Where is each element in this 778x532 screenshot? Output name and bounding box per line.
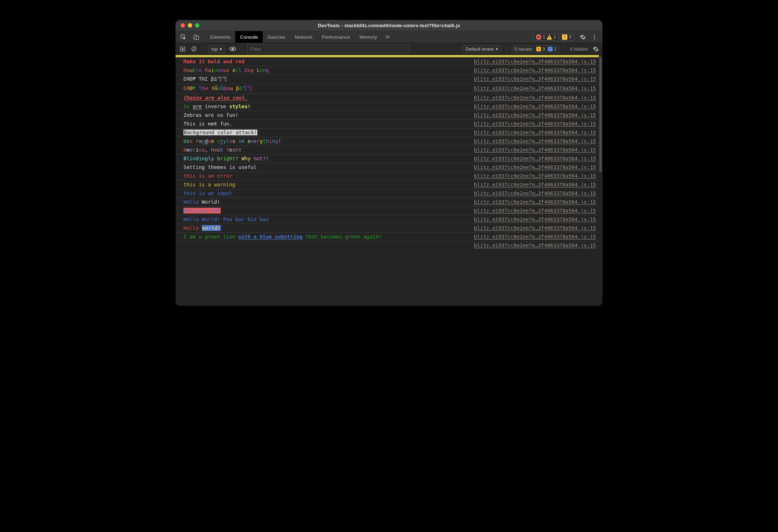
console-row: I am a green line with a blue substring … (176, 233, 599, 241)
source-link[interactable]: blitz.e1937cc6e2ee7e…3f4063378a564.js:15 (470, 85, 596, 91)
issues-summary[interactable]: 5 Issues: !3 i2 (512, 45, 560, 53)
console-message: this is an error (183, 173, 470, 179)
devtools-window: DevTools - stackblitz.com/edit/node-colo… (176, 20, 602, 306)
issues-count: 3 (569, 34, 571, 39)
console-message: Hello World! (183, 199, 470, 205)
console-row: blitz.e1937cc6e2ee7e…3f4063378a564.js:15 (176, 241, 599, 250)
console-message: Double Rainbows All Day Long (183, 67, 470, 73)
source-link[interactable]: blitz.e1937cc6e2ee7e…3f4063378a564.js:15 (470, 190, 596, 196)
console-message: Zebras are so fun! (183, 112, 470, 118)
issue-info-count: 2 (554, 46, 557, 52)
tab-network[interactable]: Network (290, 31, 317, 43)
source-link[interactable]: blitz.e1937cc6e2ee7e…3f4063378a564.js:15 (470, 95, 596, 101)
device-toolbar-icon[interactable] (192, 33, 200, 41)
close-window-button[interactable] (181, 23, 185, 28)
svg-point-3 (594, 35, 595, 36)
console-row: Chains are also cool.blitz.e1937cc6e2ee7… (176, 94, 599, 102)
tab-elements[interactable]: Elements (206, 31, 235, 43)
source-link[interactable]: blitz.e1937cc6e2ee7e…3f4063378a564.js:15 (470, 59, 596, 64)
svg-marker-7 (182, 48, 183, 50)
console-row: Hello world!blitz.e1937cc6e2ee7e…3f40633… (176, 224, 599, 233)
console-message: this is a warning (183, 182, 470, 187)
source-link[interactable]: blitz.e1937cc6e2ee7e…3f4063378a564.js:15 (470, 104, 596, 109)
tab-sources[interactable]: Sources (263, 31, 290, 43)
status-badges: ✕1 !1 !3 (530, 31, 576, 43)
source-link[interactable]: blitz.e1937cc6e2ee7e…3f4063378a564.js:15 (470, 216, 596, 222)
source-link[interactable]: blitz.e1937cc6e2ee7e…3f4063378a564.js:15 (470, 182, 596, 187)
errors-warnings-badge[interactable]: ✕1 !1 (533, 34, 558, 41)
filter-input[interactable] (247, 45, 409, 53)
console-settings-icon[interactable] (592, 45, 600, 53)
console-message: Make it bold and red (183, 59, 470, 64)
issues-summary-label: 5 Issues: (515, 46, 533, 52)
console-message: Setting themes is useful (183, 164, 470, 170)
levels-label: Default levels (466, 46, 494, 52)
tab-memory[interactable]: Memory (355, 31, 382, 43)
error-icon: ✕ (536, 34, 541, 40)
source-link[interactable]: blitz.e1937cc6e2ee7e…3f4063378a564.js:15 (470, 156, 596, 161)
console-message: ÐЯØ₱ Ƭɧҽ ЯǟɨŇβøω βΔ丂丂 (183, 85, 470, 92)
chevron-down-icon: ▾ (220, 46, 222, 52)
tab-console[interactable]: Console (235, 31, 263, 43)
issue-warn-count: 3 (542, 46, 545, 52)
source-link[interactable]: blitz.e1937cc6e2ee7e…3f4063378a564.js:15 (470, 112, 596, 118)
clear-console-icon[interactable] (190, 45, 198, 53)
source-link[interactable]: blitz.e1937cc6e2ee7e…3f4063378a564.js:15 (470, 208, 596, 214)
minimize-window-button[interactable] (188, 23, 192, 28)
source-link[interactable]: blitz.e1937cc6e2ee7e…3f4063378a564.js:15 (470, 147, 596, 153)
live-expression-icon[interactable] (229, 45, 237, 53)
svg-point-11 (232, 48, 234, 50)
hidden-count[interactable]: 6 hidden (570, 46, 588, 52)
console-message: Hello world! (183, 208, 470, 214)
console-message: DЯØ₱ ƬΉΣ βΔ丂丂 (183, 76, 470, 83)
console-message: Hello world! (183, 225, 470, 231)
console-message: I am a green line with a blue substring … (183, 234, 470, 240)
issues-badge[interactable]: !3 (560, 34, 574, 41)
console-row: So are inverse styles!blitz.e1937cc6e2ee… (176, 102, 599, 111)
console-message: Hello World! Foo bar biz baz (183, 216, 470, 222)
maximize-window-button[interactable] (195, 23, 199, 28)
more-tabs-button[interactable] (382, 31, 393, 43)
warning-count: 1 (554, 34, 556, 39)
source-link[interactable]: blitz.e1937cc6e2ee7e…3f4063378a564.js:15 (470, 138, 596, 144)
kebab-menu-icon[interactable] (590, 33, 598, 41)
console-entries: Make it bold and redblitz.e1937cc6e2ee7e… (176, 58, 599, 250)
source-link[interactable]: blitz.e1937cc6e2ee7e…3f4063378a564.js:15 (470, 76, 596, 82)
scrollbar-thumb[interactable] (599, 56, 602, 172)
console-row: This is not fun.blitz.e1937cc6e2ee7e…3f4… (176, 120, 599, 128)
issue-info-icon: i (548, 47, 553, 51)
chevron-down-icon: ▾ (496, 46, 498, 52)
console-row: ÐЯØ₱ Ƭɧҽ ЯǟɨŇβøω βΔ丂丂blitz.e1937cc6e2ee7… (176, 84, 599, 94)
source-link[interactable]: blitz.e1937cc6e2ee7e…3f4063378a564.js:15 (470, 234, 596, 240)
settings-icon[interactable] (579, 33, 587, 41)
svg-point-4 (594, 37, 595, 38)
console-message: America, Heck Yeah! (183, 147, 470, 153)
source-link[interactable]: blitz.e1937cc6e2ee7e…3f4063378a564.js:15 (470, 225, 596, 231)
svg-point-5 (594, 38, 595, 39)
console-row: Hello World! Foo bar biz bazblitz.e1937c… (176, 215, 599, 224)
warning-icon: ! (547, 34, 552, 40)
issues-icon: ! (562, 34, 567, 40)
svg-line-9 (193, 47, 195, 50)
source-link[interactable]: blitz.e1937cc6e2ee7e…3f4063378a564.js:15 (470, 164, 596, 170)
window-controls (181, 23, 199, 28)
source-link[interactable]: blitz.e1937cc6e2ee7e…3f4063378a564.js:15 (470, 242, 596, 248)
toggle-sidebar-icon[interactable] (178, 45, 186, 53)
context-selector[interactable]: top▾ (208, 45, 225, 53)
console-row: Zebras are so fun!blitz.e1937cc6e2ee7e…3… (176, 111, 599, 120)
issue-warning-icon: ! (536, 47, 541, 51)
error-count: 1 (543, 34, 545, 39)
tab-performance[interactable]: Performance (317, 31, 355, 43)
source-link[interactable]: blitz.e1937cc6e2ee7e…3f4063378a564.js:15 (470, 67, 596, 73)
source-link[interactable]: blitz.e1937cc6e2ee7e…3f4063378a564.js:15 (470, 199, 596, 205)
source-link[interactable]: blitz.e1937cc6e2ee7e…3f4063378a564.js:15 (470, 173, 596, 179)
console-row: this is an errorblitz.e1937cc6e2ee7e…3f4… (176, 172, 599, 181)
context-label: top (211, 46, 218, 52)
collapsed-group-indicator[interactable] (176, 55, 599, 58)
console-toolbar: top▾ Default levels▾ 5 Issues: !3 i2 6 h… (176, 43, 602, 55)
inspect-element-icon[interactable] (179, 33, 187, 41)
source-link[interactable]: blitz.e1937cc6e2ee7e…3f4063378a564.js:15 (470, 121, 596, 127)
titlebar: DevTools - stackblitz.com/edit/node-colo… (176, 20, 602, 31)
log-levels-selector[interactable]: Default levels▾ (463, 45, 501, 53)
source-link[interactable]: blitz.e1937cc6e2ee7e…3f4063378a564.js:15 (470, 130, 596, 135)
